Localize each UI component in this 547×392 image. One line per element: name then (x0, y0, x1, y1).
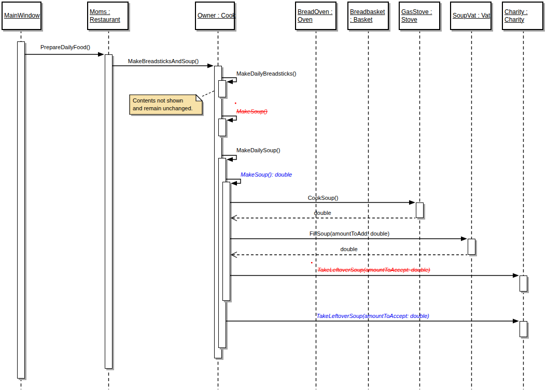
arrowhead (513, 273, 519, 278)
message-label-makesoup-double: MakeSoup(): double (241, 171, 292, 178)
lifeline-label: Breadbasket (350, 8, 388, 16)
arrowhead (513, 319, 519, 324)
lifeline-head-moms: Moms : Restaurant (87, 2, 129, 30)
arrowhead (98, 52, 104, 57)
lifeline-label: MainWindow (4, 12, 40, 20)
open-arrowheads (231, 215, 237, 258)
message-label-preparedailyfood: PrepareDailyFood() (40, 44, 90, 50)
note-line: Contents not shown (133, 97, 193, 105)
arrowhead (461, 237, 467, 241)
lifeline-head-charity: Charity : Charity (502, 2, 543, 30)
lifeline-head-soupvat: SoupVat : Vat (450, 2, 492, 30)
arrowhead (409, 200, 415, 205)
lifeline-label: SoupVat : Vat (453, 12, 490, 20)
note-line: and remain unchanged. (133, 105, 193, 112)
arrowhead (231, 181, 237, 186)
message-label-makebreadsticksandsoup: MakeBreadsticksAndSoup() (128, 58, 199, 64)
lifeline-label: : Basket (350, 16, 388, 24)
lifeline-label: Oven (298, 16, 335, 24)
message-arrows (0, 0, 547, 392)
lifeline-label: Owner : Cook (198, 12, 234, 20)
arrowhead (227, 118, 233, 123)
lifeline-head-breadbasket: Breadbasket : Basket (347, 2, 389, 30)
sequence-diagram: MainWindow Moms : Restaurant Owner : Coo… (0, 0, 547, 392)
arrowhead (227, 80, 233, 84)
lifeline-label: BreadOven : (298, 8, 335, 16)
message-label-fillsoup: FillSoup(amountToAdd: double) (310, 230, 389, 237)
lifeline-head-gasstove: GasStove : Stove (399, 2, 440, 30)
message-label-takeleftoversoup-new: TakeLeftoverSoup(amountToAccept: double) (316, 313, 429, 319)
lifeline-label: Charity : (504, 8, 542, 16)
lifeline-head-owner: Owner : Cook (195, 2, 235, 30)
lifeline-head-mainwindow: MainWindow (2, 2, 41, 30)
note: Contents not shown and remain unchanged. (133, 97, 193, 112)
call-lines (25, 54, 513, 321)
message-label-makedailysoup: MakeDailySoup() (236, 147, 280, 153)
message-label-return-double-2: double (340, 246, 357, 252)
lifeline-head-breadoven: BreadOven : Oven (295, 2, 336, 30)
arrowhead (207, 64, 214, 68)
lifeline-label: Stove (401, 16, 439, 24)
message-label-makedailybreadsticks: MakeDailyBreadsticks() (236, 70, 297, 77)
message-label-cooksoup: CookSoup() (308, 195, 339, 201)
lifeline-label: Restaurant (90, 16, 128, 24)
lifeline-label: Charity (504, 16, 542, 24)
message-label-makesoup-deprecated: MakeSoup() (236, 108, 268, 114)
lifeline-label: Moms : (90, 8, 128, 16)
arrowheads (98, 52, 519, 324)
message-label-takeleftoversoup-deprecated: TakeLeftoverSoup(amountToAccept: double) (317, 267, 430, 273)
lifeline-label: GasStove : (401, 8, 439, 16)
arrowhead (227, 157, 233, 162)
message-label-return-double-1: double (314, 210, 331, 216)
